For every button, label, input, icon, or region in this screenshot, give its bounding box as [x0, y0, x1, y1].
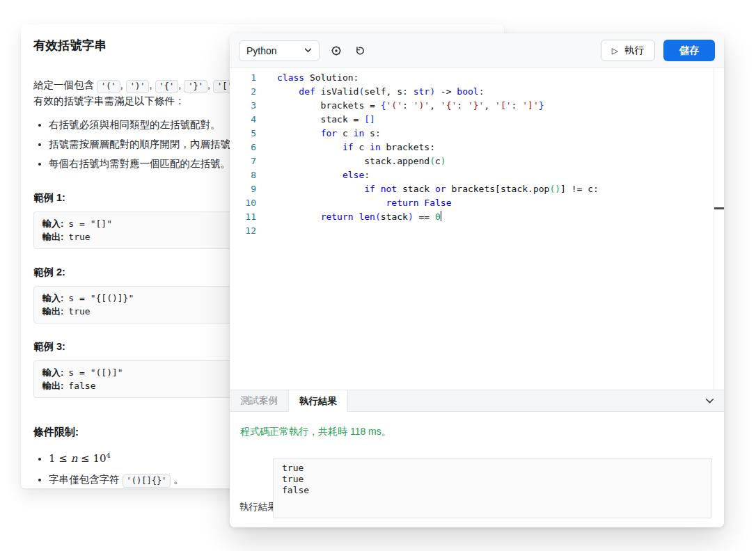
code-line[interactable]: 5 for c in s:	[230, 127, 724, 141]
code-token: in	[354, 128, 365, 138]
code-token: ==	[414, 211, 435, 222]
tab-run-results[interactable]: 執行結果	[288, 390, 348, 412]
code-token	[277, 128, 321, 138]
code-token: ] != c:	[560, 184, 599, 194]
input-value: s = "([)]"	[68, 367, 123, 378]
text-cursor	[441, 211, 442, 221]
code-token: def	[299, 86, 315, 97]
line-number: 9	[230, 182, 256, 196]
line-number: 3	[230, 99, 256, 113]
code-token: '{'	[441, 100, 457, 111]
code-token: c	[435, 156, 441, 166]
code-line[interactable]: 11 return len(stack) == 0	[230, 210, 724, 224]
code-line[interactable]: 12	[230, 224, 724, 238]
line-number: 2	[230, 85, 256, 99]
code-token: class	[277, 72, 304, 83]
code-line[interactable]: 4 stack = []	[230, 113, 724, 127]
code-token: ->	[435, 86, 457, 97]
code-token: stack	[397, 184, 435, 194]
bracket-token-chip: '('	[97, 80, 120, 93]
results-tabbar: 測試案例執行結果	[230, 390, 724, 412]
language-dropdown-value: Python	[246, 45, 277, 56]
code-token: {	[381, 100, 386, 111]
code-token: :	[457, 100, 468, 111]
code-token: brackets:	[381, 142, 435, 152]
input-label: 輸入:	[42, 367, 63, 378]
code-line[interactable]: 9 if not stack or brackets[stack.pop()] …	[230, 182, 724, 196]
code-line[interactable]: 1class Solution:	[230, 71, 724, 85]
undo-icon	[354, 45, 366, 57]
scrollbar-thumb[interactable]	[714, 207, 724, 209]
code-token	[277, 142, 342, 152]
code-token: in	[370, 142, 381, 152]
code-token: len	[359, 211, 375, 222]
run-button-label: 執行	[624, 45, 644, 57]
chevron-down-icon	[705, 398, 714, 404]
code-token: isValid	[315, 86, 359, 97]
code-token: self, s:	[364, 86, 413, 97]
settings-button[interactable]	[329, 44, 343, 58]
code-token: ,	[484, 100, 495, 111]
output-box: true true false	[273, 458, 712, 518]
line-number: 12	[230, 224, 256, 238]
code-token: (	[430, 156, 435, 166]
input-label: 輸入:	[42, 218, 63, 229]
code-token: ']'	[522, 100, 538, 111]
code-token: stack.append	[277, 156, 430, 166]
code-token: :	[364, 170, 370, 180]
code-token: or	[435, 184, 446, 194]
code-token: str	[414, 86, 430, 97]
editor-right-divider	[714, 68, 714, 390]
code-token: :	[402, 100, 414, 111]
code-token: stack =	[277, 114, 364, 125]
code-token: ,	[430, 100, 441, 111]
code-token: '('	[386, 100, 402, 111]
code-token: not	[381, 184, 397, 194]
play-icon: ▷	[612, 47, 618, 55]
input-value: s = "[]"	[68, 218, 112, 229]
code-editor[interactable]: 1class Solution:2 def isValid(self, s: s…	[230, 68, 724, 390]
code-token	[375, 184, 381, 194]
output-value: false	[68, 381, 95, 391]
code-token: :	[512, 100, 523, 111]
code-line[interactable]: 10 return False	[230, 196, 724, 210]
code-token: }	[539, 100, 544, 111]
line-number: 7	[230, 154, 256, 168]
code-token: '['	[495, 100, 511, 111]
code-token: ')'	[414, 100, 430, 111]
tab-list: 測試案例執行結果	[230, 390, 348, 411]
line-number: 1	[230, 71, 256, 85]
run-button[interactable]: ▷ 執行	[601, 40, 655, 61]
math-expression: 1 ≤ n ≤ 104	[49, 452, 111, 465]
tab-test-cases[interactable]: 測試案例	[230, 390, 288, 411]
code-line[interactable]: 6 if c in brackets:	[230, 141, 724, 154]
code-line[interactable]: 3 brackets = {'(': ')', '{': '}', '[': '…	[230, 99, 724, 113]
line-number: 10	[230, 196, 256, 210]
bracket-token-chip: '}'	[184, 80, 207, 93]
output-label: 輸出:	[42, 381, 63, 391]
language-dropdown[interactable]: Python	[239, 40, 320, 61]
code-token	[277, 184, 364, 194]
code-line[interactable]: 2 def isValid(self, s: str) -> bool:	[230, 85, 724, 99]
code-token: else	[342, 170, 364, 180]
code-token: return	[386, 198, 419, 208]
editor-toolbar: Python ▷ 執行 儲存	[230, 33, 724, 68]
save-button[interactable]: 儲存	[663, 40, 715, 61]
code-token: brackets =	[277, 100, 381, 111]
code-token	[277, 170, 342, 180]
output-value: true	[68, 306, 90, 317]
code-token: '}'	[468, 100, 484, 111]
line-number: 11	[230, 210, 256, 224]
code-line[interactable]: 7 stack.append(c)	[230, 154, 724, 168]
code-token: )	[408, 211, 414, 222]
collapse-panel-button[interactable]	[705, 398, 714, 404]
code-token: return	[321, 211, 354, 222]
code-line[interactable]: 8 else:	[230, 168, 724, 182]
undo-button[interactable]	[353, 44, 367, 58]
line-number: 5	[230, 127, 256, 141]
code-token	[277, 211, 321, 222]
code-token: :	[479, 86, 485, 97]
code-token: )	[441, 156, 446, 166]
code-token: c	[354, 142, 370, 152]
intro-token-list: '(', ')', '{', '}', '['	[97, 79, 237, 90]
